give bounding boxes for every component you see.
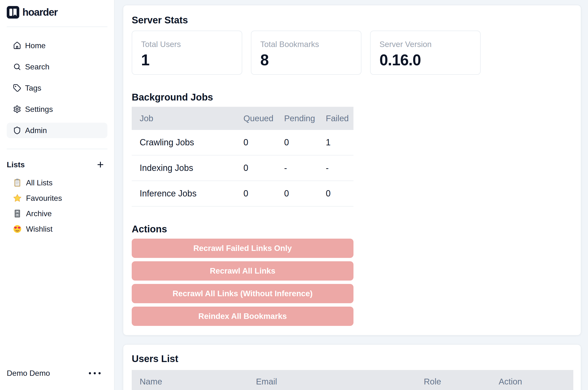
ellipsis-icon (94, 372, 96, 374)
add-list-button[interactable] (95, 160, 106, 170)
sidebar-item-label: Admin (25, 126, 47, 135)
stat-label: Server Version (380, 40, 473, 49)
background-jobs-table: Job Queued Pending Failed Crawling Jobs … (132, 107, 353, 207)
list-item-favourites[interactable]: Favourites (7, 192, 107, 204)
recrawl-failed-links-button[interactable]: Recrawl Failed Links Only (132, 239, 353, 258)
stat-card-server-version: Server Version 0.16.0 (370, 31, 481, 75)
list-item-wishlist[interactable]: Wishlist (7, 223, 107, 235)
sidebar-item-home[interactable]: Home (7, 38, 107, 53)
server-stats-heading: Server Stats (132, 14, 572, 26)
sidebar-item-tags[interactable]: Tags (7, 80, 107, 96)
cell-queued: 0 (243, 137, 284, 147)
list-item-label: All Lists (26, 178, 52, 187)
table-row: Inference Jobs 0 0 0 (132, 181, 353, 207)
tag-icon (13, 84, 21, 92)
recrawl-without-inference-button[interactable]: Recrawl All Links (Without Inference) (132, 284, 353, 303)
ellipsis-icon (89, 372, 91, 374)
sidebar-item-label: Home (25, 41, 45, 50)
list-item-label: Archive (26, 209, 52, 218)
lists-items: All Lists Favourites Archive (7, 177, 107, 235)
column-header-action: Action (499, 377, 573, 386)
background-jobs-heading: Background Jobs (132, 92, 572, 103)
sidebar-divider (7, 149, 107, 149)
sidebar-spacer (7, 235, 107, 367)
stat-card-total-bookmarks: Total Bookmarks 8 (251, 31, 361, 75)
users-table: Name Email Role Action (132, 370, 573, 390)
sidebar-divider (7, 27, 107, 27)
sidebar-item-admin[interactable]: Admin (7, 123, 107, 138)
admin-panel-card: Server Stats Total Users 1 Total Bookmar… (123, 5, 581, 336)
cell-queued: 0 (243, 189, 284, 199)
stat-value: 0.16.0 (380, 51, 473, 69)
column-header-job: Job (132, 113, 243, 123)
clipboard-emoji-icon (13, 178, 22, 187)
stat-card-total-users: Total Users 1 (132, 31, 242, 75)
sidebar-item-label: Search (25, 62, 49, 71)
list-item-archive[interactable]: Archive (7, 208, 107, 219)
heart-eyes-emoji-icon (13, 225, 22, 233)
actions-heading: Actions (132, 223, 572, 235)
lists-header: Lists (7, 159, 107, 170)
sidebar-item-label: Tags (25, 84, 41, 93)
cell-queued: 0 (243, 163, 284, 173)
app-title: hoarder (22, 6, 58, 18)
cell-failed: 0 (326, 189, 353, 199)
shield-icon (13, 126, 21, 135)
main-content: Server Stats Total Users 1 Total Bookmar… (115, 0, 588, 390)
search-icon (13, 63, 21, 71)
plus-icon (96, 160, 105, 169)
list-item-all-lists[interactable]: All Lists (7, 177, 107, 189)
cell-pending: - (284, 163, 326, 173)
table-row: Crawling Jobs 0 0 1 (132, 130, 353, 155)
column-header-pending: Pending (284, 113, 326, 123)
ellipsis-icon (98, 372, 101, 374)
sidebar-item-label: Settings (25, 105, 53, 114)
column-header-queued: Queued (243, 113, 284, 123)
list-item-label: Wishlist (26, 225, 52, 234)
hoarder-logo-icon (7, 6, 19, 19)
column-header-email: Email (256, 377, 424, 386)
cell-failed: 1 (326, 137, 353, 147)
lists-title: Lists (7, 160, 25, 169)
server-stats-row: Total Users 1 Total Bookmarks 8 Server V… (132, 31, 572, 75)
actions-list: Recrawl Failed Links Only Recrawl All Li… (132, 239, 353, 326)
house-icon (13, 42, 21, 50)
recrawl-all-links-button[interactable]: Recrawl All Links (132, 261, 353, 281)
column-header-name: Name (132, 377, 256, 386)
sidebar-item-search[interactable]: Search (7, 59, 107, 74)
sidebar-item-settings[interactable]: Settings (7, 101, 107, 117)
users-list-card: Users List Name Email Role Action (123, 344, 581, 390)
column-header-role: Role (424, 377, 499, 386)
gear-icon (13, 105, 21, 113)
cell-job: Inference Jobs (132, 189, 243, 199)
reindex-all-bookmarks-button[interactable]: Reindex All Bookmarks (132, 307, 353, 326)
stat-value: 8 (260, 51, 354, 69)
users-list-heading: Users List (132, 353, 572, 364)
table-header-row: Name Email Role Action (132, 370, 573, 390)
stat-label: Total Bookmarks (260, 40, 354, 49)
cell-pending: 0 (284, 189, 326, 199)
stat-label: Total Users (141, 40, 235, 49)
list-item-label: Favourites (26, 194, 62, 203)
column-header-failed: Failed (326, 113, 353, 123)
app-logo[interactable]: hoarder (7, 6, 107, 19)
sidebar-nav: Home Search Tags (7, 38, 107, 138)
sidebar-footer: Demo Demo (7, 367, 107, 379)
cell-pending: 0 (284, 137, 326, 147)
cell-job: Crawling Jobs (132, 137, 243, 147)
cell-failed: - (326, 163, 353, 173)
current-user-name: Demo Demo (7, 369, 50, 378)
sidebar: hoarder Home Search (0, 0, 115, 390)
stat-value: 1 (141, 51, 235, 69)
table-row: Indexing Jobs 0 - - (132, 155, 353, 181)
user-menu-button[interactable] (87, 371, 102, 376)
file-cabinet-emoji-icon (13, 209, 22, 218)
star-emoji-icon (13, 194, 22, 202)
table-header-row: Job Queued Pending Failed (132, 107, 353, 130)
cell-job: Indexing Jobs (132, 163, 243, 173)
